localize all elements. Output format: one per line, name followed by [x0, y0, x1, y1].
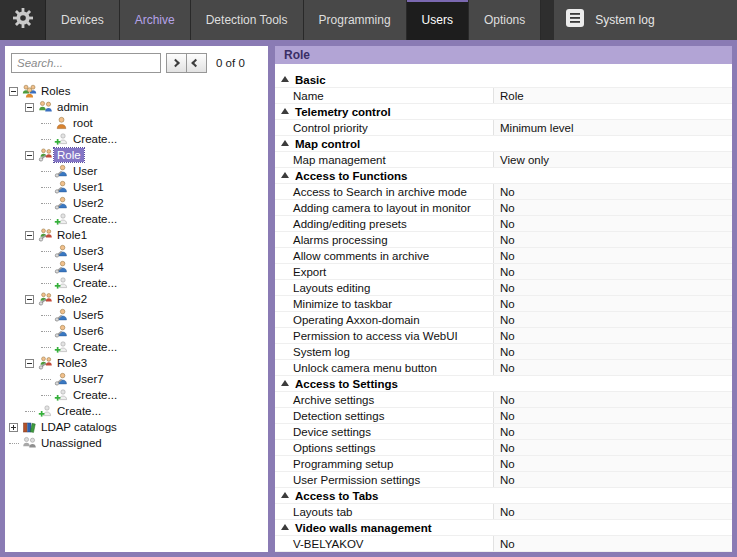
property-row-programming-setup[interactable]: Programming setupNo: [275, 456, 732, 472]
property-row-device-settings[interactable]: Device settingsNo: [275, 424, 732, 440]
property-group-access-to-functions[interactable]: Access to Functions: [275, 168, 732, 184]
tree-item-role2[interactable]: Role2: [5, 291, 268, 307]
tab-archive[interactable]: Archive: [120, 0, 191, 40]
property-value[interactable]: No: [493, 296, 732, 311]
property-value[interactable]: No: [493, 440, 732, 455]
property-value[interactable]: No: [493, 424, 732, 439]
property-value[interactable]: No: [493, 312, 732, 327]
property-name: Alarms processing: [275, 234, 493, 246]
property-value[interactable]: No: [493, 344, 732, 359]
tab-devices[interactable]: Devices: [46, 0, 120, 40]
tree-item-admin[interactable]: admin: [5, 99, 268, 115]
search-input[interactable]: [11, 53, 161, 73]
property-row-adding-camera-to-layout-in-monitor[interactable]: Adding camera to layout in monitorNo: [275, 200, 732, 216]
property-group-basic[interactable]: Basic: [275, 72, 732, 88]
tree-item-label: User5: [70, 308, 107, 322]
tree-item-user7[interactable]: User7: [5, 371, 268, 387]
property-group-video-walls-management[interactable]: Video walls management: [275, 520, 732, 536]
property-value[interactable]: No: [493, 536, 732, 551]
user-icon: [54, 116, 70, 130]
tab-programming[interactable]: Programming: [304, 0, 407, 40]
system-log-button[interactable]: System log: [554, 0, 737, 40]
property-row-options-settings[interactable]: Options settingsNo: [275, 440, 732, 456]
property-value[interactable]: No: [493, 200, 732, 215]
tree-item-user2[interactable]: User2: [5, 195, 268, 211]
expander-plus-icon[interactable]: [9, 423, 18, 432]
tree-item-roles[interactable]: Roles: [5, 83, 268, 99]
tree-item-create[interactable]: Create...: [5, 339, 268, 355]
tree-item-ldap-catalogs[interactable]: LDAP catalogs: [5, 419, 268, 435]
tree-item-label: Role2: [54, 292, 90, 306]
property-value[interactable]: No: [493, 216, 732, 231]
tree-item-root[interactable]: root: [5, 115, 268, 131]
role-icon: [38, 148, 54, 162]
property-group-map-control[interactable]: Map control: [275, 136, 732, 152]
property-value[interactable]: Minimum level: [493, 120, 732, 135]
property-group-telemetry-control[interactable]: Telemetry control: [275, 104, 732, 120]
expander-minus-icon[interactable]: [25, 103, 34, 112]
search-next-button[interactable]: [186, 53, 207, 73]
settings-gear-button[interactable]: [0, 0, 46, 40]
tab-users[interactable]: Users: [407, 0, 469, 40]
tree-item-create[interactable]: Create...: [5, 275, 268, 291]
tree-item-user1[interactable]: User1: [5, 179, 268, 195]
tree-item-user[interactable]: User: [5, 163, 268, 179]
property-value[interactable]: No: [493, 360, 732, 375]
tree-item-user5[interactable]: User5: [5, 307, 268, 323]
tree-item-user6[interactable]: User6: [5, 323, 268, 339]
property-row-detection-settings[interactable]: Detection settingsNo: [275, 408, 732, 424]
property-row-alarms-processing[interactable]: Alarms processingNo: [275, 232, 732, 248]
property-value[interactable]: No: [493, 392, 732, 407]
property-value[interactable]: No: [493, 184, 732, 199]
property-row-control-priority[interactable]: Control priorityMinimum level: [275, 120, 732, 136]
tab-options[interactable]: Options: [469, 0, 541, 40]
expander-minus-icon[interactable]: [25, 359, 34, 368]
property-row-name[interactable]: NameRole: [275, 88, 732, 104]
tree-item-create[interactable]: Create...: [5, 211, 268, 227]
property-group-access-to-tabs[interactable]: Access to Tabs: [275, 488, 732, 504]
property-value[interactable]: View only: [493, 152, 732, 167]
tree-item-role3[interactable]: Role3: [5, 355, 268, 371]
property-row-system-log[interactable]: System logNo: [275, 344, 732, 360]
expander-minus-icon[interactable]: [25, 295, 34, 304]
tree-item-user4[interactable]: User4: [5, 259, 268, 275]
property-value[interactable]: No: [493, 504, 732, 519]
tree-item-create[interactable]: Create...: [5, 403, 268, 419]
property-row-layouts-editing[interactable]: Layouts editingNo: [275, 280, 732, 296]
tree-item-unassigned[interactable]: Unassigned: [5, 435, 268, 451]
property-row-user-permission-settings[interactable]: User Permission settingsNo: [275, 472, 732, 488]
property-value[interactable]: No: [493, 264, 732, 279]
property-value[interactable]: No: [493, 248, 732, 263]
expander-minus-icon[interactable]: [25, 151, 34, 160]
property-value[interactable]: No: [493, 408, 732, 423]
property-row-access-to-search-in-archive-mode[interactable]: Access to Search in archive modeNo: [275, 184, 732, 200]
property-row-map-management[interactable]: Map managementView only: [275, 152, 732, 168]
search-prev-button[interactable]: [166, 53, 187, 73]
tree-item-create[interactable]: Create...: [5, 387, 268, 403]
property-row-layouts-tab[interactable]: Layouts tabNo: [275, 504, 732, 520]
role-icon: [38, 228, 54, 242]
property-value[interactable]: No: [493, 456, 732, 471]
property-value[interactable]: No: [493, 472, 732, 487]
tree-item-create[interactable]: Create...: [5, 131, 268, 147]
expander-minus-icon[interactable]: [25, 231, 34, 240]
property-row-minimize-to-taskbar[interactable]: Minimize to taskbarNo: [275, 296, 732, 312]
property-row-archive-settings[interactable]: Archive settingsNo: [275, 392, 732, 408]
property-row-allow-comments-in-archive[interactable]: Allow comments in archiveNo: [275, 248, 732, 264]
property-row-operating-axxon-domain[interactable]: Operating Axxon-domainNo: [275, 312, 732, 328]
property-row-v-belyakov[interactable]: V-BELYAKOVNo: [275, 536, 732, 552]
property-value[interactable]: No: [493, 280, 732, 295]
property-group-access-to-settings[interactable]: Access to Settings: [275, 376, 732, 392]
expander-minus-icon[interactable]: [9, 87, 18, 96]
property-row-export[interactable]: ExportNo: [275, 264, 732, 280]
tree-item-role[interactable]: Role: [5, 147, 268, 163]
property-row-permission-to-access-via-webui[interactable]: Permission to access via WebUINo: [275, 328, 732, 344]
tab-detection-tools[interactable]: Detection Tools: [191, 0, 304, 40]
property-row-adding-editing-presets[interactable]: Adding/editing presetsNo: [275, 216, 732, 232]
tree-item-role1[interactable]: Role1: [5, 227, 268, 243]
tree-item-user3[interactable]: User3: [5, 243, 268, 259]
property-value[interactable]: No: [493, 328, 732, 343]
property-row-unlock-camera-menu-button[interactable]: Unlock camera menu buttonNo: [275, 360, 732, 376]
property-value[interactable]: No: [493, 232, 732, 247]
property-value[interactable]: Role: [493, 88, 732, 103]
